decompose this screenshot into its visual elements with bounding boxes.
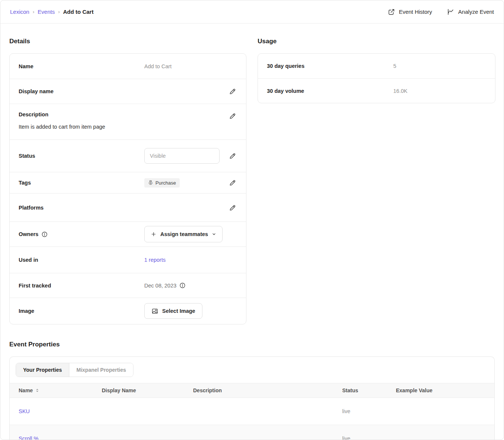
properties-table: Name Display Name Description — [10, 383, 494, 440]
sort-icon — [35, 388, 40, 393]
pencil-icon — [229, 204, 236, 211]
edit-platforms-button[interactable] — [228, 203, 237, 212]
detail-row-first-tracked: First tracked Dec 08, 2023 — [10, 273, 246, 298]
description-label: Description — [19, 111, 144, 117]
tag-badge-purchase[interactable]: $ Purchase — [144, 178, 180, 188]
edit-description-button[interactable] — [228, 111, 237, 120]
table-header-row: Name Display Name Description — [10, 383, 494, 398]
display-name-label: Display name — [19, 88, 144, 94]
platforms-label: Platforms — [19, 205, 144, 211]
money-bag-icon: $ — [148, 180, 153, 185]
description-value: Item is added to cart from item page — [19, 124, 237, 130]
property-description — [193, 425, 342, 440]
chevron-right-icon: › — [58, 9, 60, 15]
plus-icon — [151, 231, 157, 237]
owners-info-icon[interactable] — [41, 231, 48, 238]
properties-tab-group: Your Properties Mixpanel Properties — [16, 363, 133, 377]
property-status: live — [342, 398, 396, 425]
detail-row-name: Name Add to Cart — [10, 54, 246, 79]
usage-row-queries: 30 day queries 5 — [258, 54, 495, 78]
analyze-event-button[interactable]: Analyze Event — [447, 8, 494, 16]
tab-your-properties[interactable]: Your Properties — [16, 363, 69, 377]
select-image-button[interactable]: Select Image — [144, 303, 202, 319]
chevron-right-icon: › — [33, 9, 34, 15]
select-image-label: Select Image — [162, 308, 195, 314]
volume-label: 30 day volume — [267, 88, 393, 94]
volume-value: 16.0K — [393, 88, 407, 94]
table-row[interactable]: SKU live — [10, 398, 494, 425]
content: Details Name Add to Cart Display name — [0, 23, 504, 440]
queries-label: 30 day queries — [267, 63, 393, 69]
edit-display-name-button[interactable] — [228, 87, 237, 96]
property-example-value — [396, 425, 494, 440]
pencil-icon — [229, 88, 236, 95]
column-header-status: Status — [342, 383, 396, 398]
property-description — [193, 398, 342, 425]
detail-row-status: Status — [10, 139, 246, 172]
status-input[interactable] — [144, 148, 220, 164]
used-in-label: Used in — [19, 257, 144, 263]
event-history-button[interactable]: Event History — [388, 8, 432, 16]
analyze-event-label: Analyze Event — [458, 9, 494, 15]
queries-value: 5 — [393, 63, 396, 69]
top-bar: Lexicon › Events › Add to Cart Event His… — [0, 0, 504, 23]
event-properties-section: Event Properties Your Properties Mixpane… — [9, 341, 495, 440]
image-icon — [151, 308, 158, 315]
event-history-label: Event History — [399, 9, 432, 15]
usage-card: 30 day queries 5 30 day volume 16.0K — [258, 53, 495, 103]
status-label: Status — [19, 153, 144, 159]
detail-row-description: Description Item is added to cart from i… — [10, 104, 246, 139]
assign-teammates-label: Assign teammates — [160, 231, 208, 237]
pencil-icon — [229, 112, 236, 120]
breadcrumb-lexicon-link[interactable]: Lexicon — [10, 9, 29, 15]
svg-text:$: $ — [150, 182, 151, 184]
details-section: Details Name Add to Cart Display name — [9, 31, 246, 324]
detail-row-owners: Owners Assign teammates — [10, 221, 246, 246]
event-properties-title: Event Properties — [9, 341, 495, 348]
tags-label: Tags — [19, 180, 144, 186]
property-example-value — [396, 398, 494, 425]
detail-row-display-name: Display name — [10, 79, 246, 104]
event-properties-card: Your Properties Mixpanel Properties Name — [9, 356, 495, 440]
tag-badge-label: Purchase — [155, 180, 176, 186]
first-tracked-value: Dec 08, 2023 — [144, 283, 176, 289]
detail-row-used-in: Used in 1 reports — [10, 246, 246, 273]
first-tracked-label: First tracked — [19, 283, 144, 289]
detail-row-image: Image Select Image — [10, 298, 246, 324]
first-tracked-info-icon[interactable] — [179, 282, 186, 289]
used-in-reports-link[interactable]: 1 reports — [144, 257, 166, 263]
detail-row-tags: Tags $ Purchase — [10, 172, 246, 193]
chevron-down-icon — [212, 232, 216, 236]
top-actions: Event History Analyze Event — [388, 8, 494, 16]
edit-status-button[interactable] — [228, 151, 237, 160]
details-title: Details — [9, 38, 246, 45]
table-row[interactable]: Scroll % live — [10, 425, 494, 440]
breadcrumb-current: Add to Cart — [63, 9, 94, 15]
breadcrumb: Lexicon › Events › Add to Cart — [10, 9, 94, 15]
property-status: live — [342, 425, 396, 440]
property-name-link[interactable]: SKU — [10, 398, 102, 425]
line-chart-icon — [447, 8, 454, 16]
column-header-name[interactable]: Name — [19, 387, 40, 393]
name-label: Name — [19, 63, 144, 69]
column-header-example-value: Example Value — [396, 383, 494, 398]
property-display-name — [102, 425, 193, 440]
pencil-icon — [229, 179, 236, 186]
name-value: Add to Cart — [144, 63, 171, 69]
column-header-display-name: Display Name — [102, 383, 193, 398]
detail-row-platforms: Platforms — [10, 193, 246, 221]
image-label: Image — [19, 308, 144, 314]
usage-row-volume: 30 day volume 16.0K — [258, 78, 495, 103]
property-display-name — [102, 398, 193, 425]
lexicon-event-detail-page: Lexicon › Events › Add to Cart Event His… — [0, 0, 504, 440]
pencil-icon — [229, 152, 236, 160]
edit-tags-button[interactable] — [228, 178, 237, 187]
breadcrumb-events-link[interactable]: Events — [38, 9, 55, 15]
tab-mixpanel-properties[interactable]: Mixpanel Properties — [69, 363, 133, 377]
property-name-link[interactable]: Scroll % — [10, 425, 102, 440]
assign-teammates-button[interactable]: Assign teammates — [144, 226, 223, 242]
owners-label: Owners — [19, 231, 38, 237]
usage-title: Usage — [258, 38, 495, 45]
column-header-description: Description — [193, 383, 342, 398]
details-card: Name Add to Cart Display name — [9, 53, 246, 324]
